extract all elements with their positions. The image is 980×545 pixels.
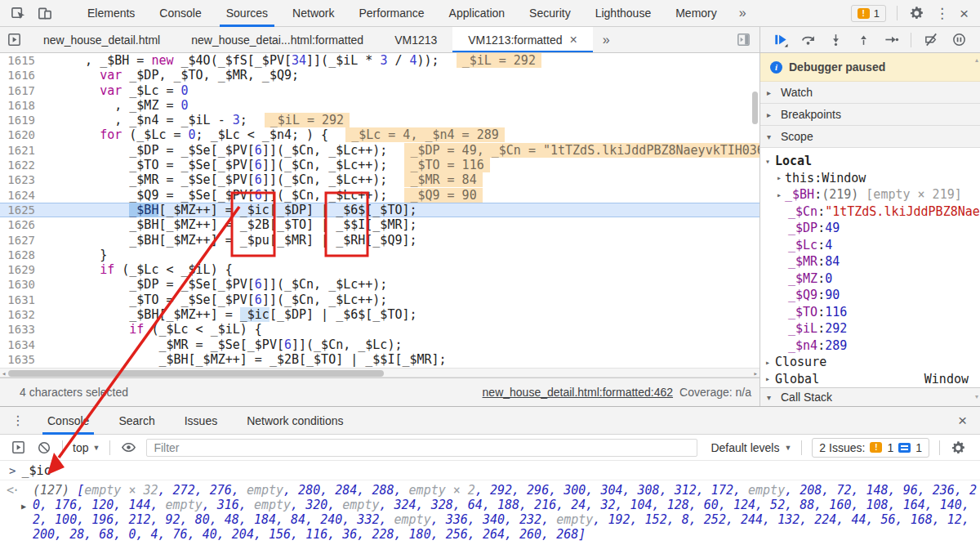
coverage-status: Coverage: n/a bbox=[679, 386, 751, 399]
console-settings-gear-icon[interactable] bbox=[950, 440, 966, 456]
console-messages[interactable]: > _$ic <· ▶ (127) [empty × 32, 272, 276,… bbox=[0, 461, 980, 545]
device-toolbar-icon[interactable] bbox=[36, 5, 52, 21]
editor-vertical-scrollbar[interactable] bbox=[752, 92, 758, 124]
source-tab[interactable]: new_house_detail.html bbox=[28, 27, 176, 52]
call-stack-section[interactable]: ▾ Call Stack bbox=[760, 387, 980, 406]
code-line-1616[interactable]: 1616 var _$DP, _$TO, _$MR, _$Q9; bbox=[0, 68, 760, 83]
drawer-tab-issues[interactable]: Issues bbox=[185, 407, 217, 435]
live-expression-eye-icon[interactable] bbox=[120, 440, 136, 456]
scope-var-_$Q9[interactable]: _$Q9: 90 bbox=[760, 287, 980, 304]
scope-var-_$Lc[interactable]: _$Lc: 4 bbox=[760, 237, 980, 254]
code-line-1635[interactable]: 1635 _$BH[_$MZ++] = _$2B[_$TO] | _$$I[_$… bbox=[0, 352, 760, 367]
main-tab-console[interactable]: Console bbox=[158, 0, 203, 27]
main-tab-application[interactable]: Application bbox=[448, 0, 507, 27]
main-tab-list: ElementsConsoleSourcesNetworkPerformance… bbox=[75, 0, 729, 27]
console-sidebar-icon[interactable] bbox=[10, 440, 26, 456]
scope-var-_$BH[interactable]: ▸_$BH: (219) [empty × 219] bbox=[760, 186, 980, 203]
inspect-element-icon[interactable] bbox=[10, 5, 26, 21]
scope-var-_$n4[interactable]: _$n4: 289 bbox=[760, 337, 980, 355]
pause-on-exceptions-icon[interactable] bbox=[951, 32, 967, 48]
step-into-icon[interactable] bbox=[827, 32, 844, 48]
main-tab-network[interactable]: Network bbox=[291, 0, 336, 27]
code-line-1633[interactable]: 1633 if (_$Lc < _$iL) { bbox=[0, 322, 760, 337]
code-line-1627[interactable]: 1627 _$BH[_$MZ++] = _$pu[_$MR] | _$RH[_$… bbox=[0, 233, 760, 248]
close-devtools-icon[interactable]: × bbox=[960, 6, 969, 21]
drawer-tab-network-conditions[interactable]: Network conditions bbox=[247, 407, 343, 435]
scope-var-_$DP[interactable]: _$DP: 49 bbox=[760, 220, 980, 237]
main-tab-performance[interactable]: Performance bbox=[357, 0, 425, 27]
main-tab-memory[interactable]: Memory bbox=[674, 0, 719, 27]
code-line-1624[interactable]: 1624 _$Q9 = _$Se[_$PV[6]](_$Cn, _$Lc++);… bbox=[0, 188, 760, 203]
scope-var-this[interactable]: ▸this: Window bbox=[760, 170, 980, 187]
console-issues-counter[interactable]: 2 Issues: ! 1 1 bbox=[812, 438, 929, 458]
more-file-tabs-icon[interactable]: » bbox=[603, 27, 610, 52]
main-tab-security[interactable]: Security bbox=[528, 0, 572, 27]
sidebar-scroll-up-icon[interactable]: ▴ bbox=[975, 56, 978, 64]
sidebar-section-watch[interactable]: ▸Watch bbox=[760, 82, 980, 104]
scope-var-_$MZ[interactable]: _$MZ: 0 bbox=[760, 270, 980, 288]
code-line-1622[interactable]: 1622 _$TO = _$Se[_$PV[6]](_$Cn, _$Lc++);… bbox=[0, 158, 760, 172]
show-navigator-icon[interactable] bbox=[0, 27, 28, 52]
code-line-1634[interactable]: 1634 _$MR = _$Se[_$PV[6]](_$Cn, _$Lc); bbox=[0, 337, 760, 352]
code-line-1630[interactable]: 1630 _$DP = _$Se[_$PV[6]](_$Cn, _$Lc++); bbox=[0, 277, 760, 292]
context-selector[interactable]: top ▼ bbox=[73, 441, 100, 454]
editor-horizontal-scrollbar[interactable]: ◂ ▸ bbox=[0, 368, 760, 377]
clear-console-icon[interactable] bbox=[36, 440, 52, 456]
sidebar-section-breakpoints[interactable]: ▸Breakpoints bbox=[760, 104, 980, 126]
scope-group-closure[interactable]: ▸Closure bbox=[760, 354, 980, 371]
code-line-1615[interactable]: 1615 , _$BH = new _$4O(_$fS[_$PV[34]](_$… bbox=[0, 53, 760, 68]
scope-var-_$MR[interactable]: _$MR: 84 bbox=[760, 253, 980, 270]
scope-var-_$Cn[interactable]: _$Cn: "1tTZdS.lkiJddPBZ8Naey bbox=[760, 203, 980, 221]
dock-panel-icon[interactable] bbox=[736, 27, 751, 52]
console-result[interactable]: <· ▶ (127) [empty × 32, 272, 276, empty,… bbox=[0, 480, 980, 542]
code-editor[interactable]: 1615 , _$BH = new _$4O(_$fS[_$PV[34]](_$… bbox=[0, 53, 760, 368]
drawer-menu-icon[interactable]: ⋮ bbox=[0, 413, 33, 428]
deactivate-breakpoints-icon[interactable] bbox=[923, 32, 939, 48]
source-location-link[interactable]: new_house_detail.html:formatted:462 bbox=[483, 386, 673, 399]
close-drawer-icon[interactable]: × bbox=[958, 412, 980, 430]
main-tab-sources[interactable]: Sources bbox=[225, 0, 270, 27]
drawer-tab-search[interactable]: Search bbox=[118, 407, 154, 435]
sidebar-scroll-down-icon[interactable]: ▾ bbox=[975, 393, 978, 400]
drawer-tab-console[interactable]: Console bbox=[47, 407, 89, 435]
resume-script-icon[interactable] bbox=[772, 32, 788, 48]
code-line-1618[interactable]: 1618 , _$MZ = 0 bbox=[0, 98, 760, 113]
more-panels-icon[interactable]: » bbox=[739, 6, 746, 20]
source-tab[interactable]: VM1213:formatted× bbox=[452, 27, 593, 52]
scope-var-_$iL[interactable]: _$iL: 292 bbox=[760, 320, 980, 337]
main-tab-lighthouse[interactable]: Lighthouse bbox=[594, 0, 653, 27]
scope-group-local[interactable]: ▾Local bbox=[760, 153, 980, 170]
source-tab[interactable]: VM1213 bbox=[379, 27, 452, 52]
step-icon[interactable] bbox=[883, 32, 899, 48]
code-line-1619[interactable]: 1619 , _$n4 = _$iL - 3;_$iL = 292 bbox=[0, 113, 760, 127]
main-tab-elements[interactable]: Elements bbox=[86, 0, 136, 27]
issues-counter[interactable]: ! 1 bbox=[851, 5, 886, 22]
step-out-icon[interactable] bbox=[855, 32, 871, 48]
scope-var-name: _$Q9 bbox=[788, 288, 817, 302]
code-line-1631[interactable]: 1631 _$TO = _$Se[_$PV[6]](_$Cn, _$Lc++); bbox=[0, 293, 760, 307]
step-over-icon[interactable] bbox=[800, 32, 816, 48]
expand-array-icon[interactable]: ▶ bbox=[21, 502, 26, 511]
console-command-row[interactable]: > _$ic bbox=[0, 461, 980, 480]
code-line-1621[interactable]: 1621 _$DP = _$Se[_$PV[6]](_$Cn, _$Lc++);… bbox=[0, 143, 760, 158]
code-line-1629[interactable]: 1629 if (_$Lc < _$iL) { bbox=[0, 262, 760, 277]
devtools-menu-icon[interactable]: ⋮ bbox=[935, 7, 949, 20]
chevron-down-icon: ▼ bbox=[784, 444, 791, 452]
code-line-1617[interactable]: 1617 var _$Lc = 0 bbox=[0, 83, 760, 98]
code-line-1620[interactable]: 1620 for (_$Lc = 0; _$Lc < _$n4; ) {_$Lc… bbox=[0, 127, 760, 142]
code-line-1625[interactable]: 1625 _$BH[_$MZ++] = _$ic[_$DP] | _$6$[_$… bbox=[0, 203, 760, 217]
code-line-1632[interactable]: 1632 _$BH[_$MZ++] = _$ic[_$DP] | _$6$[_$… bbox=[0, 307, 760, 322]
code-line-1628[interactable]: 1628 } bbox=[0, 248, 760, 262]
scrollbar-thumb[interactable] bbox=[8, 370, 384, 377]
log-levels-selector[interactable]: Default levels ▼ bbox=[710, 441, 791, 454]
scope-var-_$TO[interactable]: _$TO: 116 bbox=[760, 304, 980, 321]
code-line-1626[interactable]: 1626 _$BH[_$MZ++] = _$2B[_$TO] | _$$I[_$… bbox=[0, 217, 760, 232]
code-line-1623[interactable]: 1623 _$MR = _$Se[_$PV[6]](_$Cn, _$Lc++);… bbox=[0, 172, 760, 187]
console-filter-input[interactable] bbox=[146, 439, 697, 457]
scope-group-global[interactable]: ▸GlobalWindow bbox=[760, 371, 980, 388]
close-tab-icon[interactable]: × bbox=[569, 34, 577, 47]
source-tab[interactable]: new_house_detai...html:formatted bbox=[176, 27, 379, 52]
sidebar-section-scope[interactable]: ▾Scope bbox=[760, 126, 980, 148]
settings-gear-icon[interactable] bbox=[908, 5, 924, 21]
scope-var-name: _$TO bbox=[788, 305, 817, 319]
